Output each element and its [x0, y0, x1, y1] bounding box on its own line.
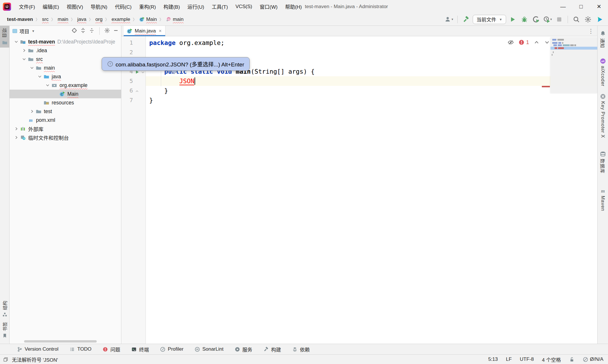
horizontal-scrollbar[interactable]	[24, 340, 97, 343]
restore-layout-icon[interactable]	[3, 357, 8, 362]
chevron-right-icon[interactable]	[21, 48, 27, 53]
toolwindow-button-Maven[interactable]: mMaven	[598, 186, 608, 213]
chevron-down-icon[interactable]: ▼	[32, 29, 35, 33]
menu-代码(C)[interactable]: 代码(C)	[111, 0, 136, 13]
eye-off-icon[interactable]	[508, 39, 514, 46]
toolwindow-依赖[interactable]: 依赖	[289, 344, 313, 354]
breadcrumb-item-example[interactable]: example	[110, 16, 131, 23]
menu-编辑(E)[interactable]: 编辑(E)	[39, 0, 63, 13]
indent-setting[interactable]: 4 个空格	[542, 356, 561, 363]
tree-item-外部库[interactable]: 外部库	[10, 124, 121, 133]
stop-button[interactable]	[554, 15, 564, 24]
coverage-button[interactable]: ▾	[543, 15, 553, 24]
code-minimap[interactable]	[551, 37, 597, 93]
toolwindow-终端[interactable]: 终端	[128, 344, 152, 354]
chevron-right-icon[interactable]	[13, 135, 19, 140]
editor-area: C Main.java × ⋮ 1234567 package org.exam…	[121, 26, 597, 344]
menu-构建(B)[interactable]: 构建(B)	[160, 0, 184, 13]
import-suggestion-tooltip[interactable]: ? com.alibaba.fastjson2.JSON? (多重选择...) …	[102, 57, 250, 71]
toolwindow-TODO[interactable]: TODO	[66, 344, 95, 354]
breadcrumb-item-java[interactable]: java	[76, 16, 87, 23]
tree-item-Main[interactable]: CMain	[10, 90, 121, 98]
chevron-right-icon[interactable]	[29, 109, 35, 114]
toolwindow-button-书签[interactable]: 书签	[0, 320, 9, 341]
close-button[interactable]: ✕	[590, 0, 608, 13]
plugin-logo-button[interactable]	[595, 15, 605, 24]
menu-视图(V)[interactable]: 视图(V)	[63, 0, 87, 13]
memory-indicator[interactable]: Ø/N/A	[583, 356, 603, 362]
select-opened-file-button[interactable]	[71, 28, 77, 35]
tree-item-.idea[interactable]: .idea	[10, 46, 121, 55]
run-button[interactable]	[508, 15, 518, 24]
tree-item-resources[interactable]: resources	[10, 98, 121, 107]
toolwindow-button-项目[interactable]: 项目	[0, 26, 9, 48]
search-everywhere-button[interactable]	[571, 15, 581, 24]
breadcrumb-item-test-maven[interactable]: test-maven	[6, 16, 34, 23]
close-tab-icon[interactable]: ×	[159, 28, 162, 34]
toolwindow-SonarLint[interactable]: SonarLint	[191, 344, 227, 354]
code-line-2[interactable]	[146, 48, 597, 57]
breadcrumb-item-Main[interactable]: CMain	[138, 16, 158, 23]
build-button[interactable]	[461, 15, 471, 24]
tree-item-test-maven[interactable]: test-mavenD:\IdeaProjects\IdeaProje	[10, 37, 121, 46]
menu-窗口(W)[interactable]: 窗口(W)	[256, 0, 281, 13]
chevron-down-icon[interactable]	[21, 57, 27, 61]
line-ending[interactable]: LF	[506, 356, 512, 362]
menu-导航(N)[interactable]: 导航(N)	[87, 0, 111, 13]
toolwindow-button-结构[interactable]: 结构	[0, 298, 9, 320]
chevron-right-icon[interactable]	[13, 126, 19, 131]
settings-button[interactable]	[583, 15, 593, 24]
tree-item-临时文件和控制台[interactable]: 临时文件和控制台	[10, 133, 121, 142]
toolwindow-服务[interactable]: 服务	[231, 344, 256, 354]
user-menu-button[interactable]: ▾	[444, 15, 454, 24]
debug-button[interactable]	[519, 15, 529, 24]
chevron-down-icon[interactable]	[13, 39, 19, 44]
breadcrumb-item-src[interactable]: src	[41, 16, 50, 23]
toolwindow-Version Control[interactable]: Version Control	[13, 344, 62, 354]
code-line-5[interactable]: JSON​	[146, 76, 597, 86]
tree-item-java[interactable]: java	[10, 72, 121, 81]
file-encoding[interactable]: UTF-8	[520, 356, 534, 362]
menu-VCS(S)[interactable]: VCS(S)	[232, 0, 256, 13]
code-line-7[interactable]: }	[146, 95, 597, 105]
tree-item-test[interactable]: test	[10, 107, 121, 116]
menu-运行(U)[interactable]: 运行(U)	[184, 0, 208, 13]
run-configuration-combo[interactable]: 当前文件▼	[473, 15, 506, 24]
expand-all-button[interactable]	[80, 28, 86, 35]
tree-item-org.example[interactable]: org.example	[10, 81, 121, 90]
toolwindow-构建[interactable]: 构建	[260, 344, 285, 354]
caret-position[interactable]: 5:13	[488, 356, 498, 362]
breadcrumb-item-main[interactable]: mmain	[165, 16, 185, 23]
breadcrumb-item-main[interactable]: main	[56, 16, 69, 23]
hide-panel-button[interactable]	[113, 28, 119, 35]
tab-main-java[interactable]: C Main.java ×	[124, 26, 166, 36]
toolwindow-Profiler[interactable]: Profiler	[157, 344, 187, 354]
toolwindow-button-aiXcoder[interactable]: aXaiXcoder	[598, 56, 608, 89]
code-editor[interactable]: package org.example;public class Main { …	[146, 36, 597, 344]
menu-重构(R)[interactable]: 重构(R)	[135, 0, 160, 13]
more-options-icon[interactable]: ⋮	[584, 26, 597, 36]
code-line-6[interactable]: }	[146, 86, 597, 95]
toolwindow-button-数据库[interactable]: 数据库	[598, 149, 608, 176]
maximize-button[interactable]: □	[572, 0, 590, 13]
chevron-up-icon[interactable]	[534, 39, 539, 45]
minimize-button[interactable]: —	[554, 0, 572, 13]
menu-帮助(H)[interactable]: 帮助(H)	[281, 0, 306, 13]
chevron-down-icon[interactable]	[544, 39, 550, 45]
tree-item-pom.xml[interactable]: mpom.xml	[10, 116, 121, 124]
chevron-down-icon[interactable]	[29, 66, 35, 70]
chevron-down-icon[interactable]	[37, 74, 43, 79]
breadcrumb-item-org[interactable]: org	[94, 16, 104, 23]
lock-open-icon[interactable]	[569, 357, 575, 362]
project-panel-title[interactable]: 项目	[19, 28, 29, 35]
toolwindow-问题[interactable]: 问题	[99, 344, 124, 354]
menu-文件(F)[interactable]: 文件(F)	[15, 0, 39, 13]
error-stripe-mark[interactable]	[542, 86, 550, 87]
toolwindow-button-通知[interactable]: 通知	[598, 28, 608, 50]
panel-settings-button[interactable]	[104, 28, 110, 35]
error-badge-icon[interactable]	[519, 39, 524, 45]
toolwindow-button-Key Promoter X[interactable]: Key Promoter X	[598, 91, 608, 140]
profile-button[interactable]	[531, 15, 541, 24]
menu-工具(T)[interactable]: 工具(T)	[208, 0, 232, 13]
collapse-all-button[interactable]	[89, 28, 95, 35]
